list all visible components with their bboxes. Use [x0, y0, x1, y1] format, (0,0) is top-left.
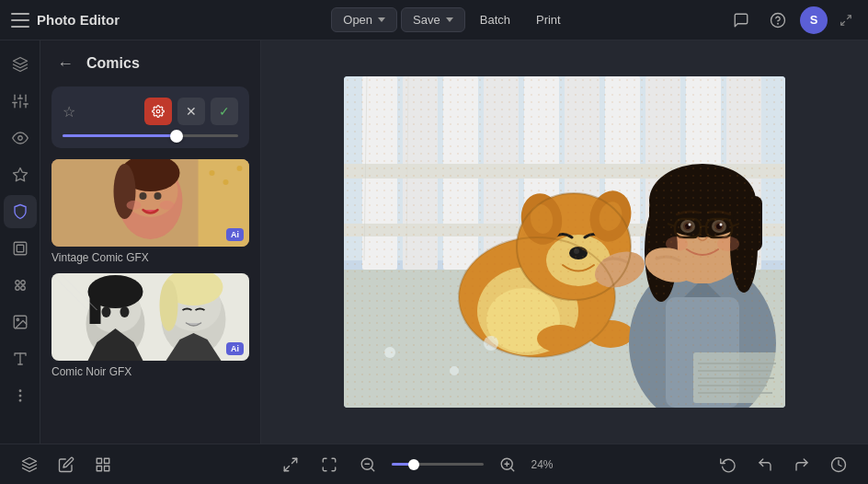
app-title: Photo Editor	[37, 12, 120, 28]
zoom-percent: 24%	[531, 458, 564, 471]
vintage-thumb: Ai	[51, 159, 249, 247]
history-icon[interactable]	[824, 450, 853, 479]
svg-point-40	[210, 170, 215, 176]
menu-icon[interactable]	[11, 13, 29, 28]
panel: ← Comics ☆ ✕ ✓	[40, 40, 261, 444]
svg-point-38	[160, 201, 175, 210]
chevron-down-icon	[378, 17, 385, 22]
chat-icon[interactable]	[726, 6, 756, 35]
svg-line-130	[291, 458, 296, 463]
svg-point-37	[127, 201, 142, 210]
edit-icon[interactable]	[51, 450, 81, 479]
svg-rect-124	[344, 76, 785, 408]
filter-item-noir[interactable]: Ai Comic Noir GFX	[51, 273, 249, 378]
fit-width-icon[interactable]	[276, 450, 305, 479]
filter-label-noir: Comic Noir GFX	[51, 365, 249, 378]
batch-button[interactable]: Batch	[469, 8, 521, 31]
sidebar-item-adjustments[interactable]	[4, 85, 37, 118]
ai-badge: Ai	[226, 228, 244, 241]
svg-point-18	[15, 281, 19, 285]
svg-point-26	[19, 395, 21, 397]
settings-button[interactable]	[144, 98, 172, 125]
svg-point-29	[156, 109, 160, 113]
svg-point-20	[15, 286, 19, 291]
confirm-button[interactable]: ✓	[211, 98, 238, 125]
svg-point-23	[17, 318, 18, 320]
rotate-icon[interactable]	[714, 450, 743, 479]
strength-slider[interactable]	[63, 134, 238, 137]
ai-badge-noir: Ai	[226, 342, 244, 355]
svg-line-131	[284, 466, 289, 470]
active-filter-card: ☆ ✕ ✓	[51, 86, 249, 148]
svg-line-2	[847, 15, 851, 18]
filter-card-header: ☆ ✕ ✓	[63, 98, 238, 125]
favorite-icon[interactable]: ☆	[63, 103, 75, 121]
sidebar-item-text[interactable]	[4, 342, 37, 375]
canvas-area	[261, 40, 868, 444]
svg-line-3	[841, 21, 845, 25]
svg-rect-17	[17, 245, 24, 252]
topbar-center: Open Save Batch Print	[177, 7, 726, 32]
sidebar-item-more[interactable]	[4, 379, 37, 412]
panel-title: Comics	[86, 55, 140, 72]
filter-item-vintage[interactable]: Ai Vintage Comic GFX	[51, 159, 249, 264]
svg-marker-125	[23, 457, 37, 465]
bottom-bar: 24%	[0, 444, 868, 484]
expand-icon[interactable]	[835, 9, 857, 31]
svg-point-42	[237, 166, 243, 171]
zoom-in-icon[interactable]	[493, 450, 522, 479]
cancel-button[interactable]: ✕	[177, 98, 205, 125]
svg-point-28	[19, 400, 21, 402]
svg-point-14	[17, 136, 22, 141]
zoom-track	[392, 463, 484, 466]
panel-header: ← Comics	[40, 40, 260, 86]
svg-point-34	[114, 164, 136, 219]
svg-point-53	[160, 280, 178, 331]
sidebar-item-filters[interactable]	[4, 195, 37, 228]
bottom-right	[714, 450, 853, 479]
slider-track	[63, 134, 238, 137]
svg-point-35	[140, 192, 147, 200]
svg-rect-129	[97, 466, 101, 470]
svg-rect-127	[105, 458, 109, 463]
topbar-left: Photo Editor	[11, 12, 177, 28]
topbar: Photo Editor Open Save Batch Print S	[0, 0, 868, 40]
topbar-right: S	[726, 6, 857, 35]
zoom-out-icon[interactable]	[353, 450, 383, 479]
fit-screen-icon[interactable]	[314, 450, 344, 479]
zoom-thumb[interactable]	[408, 459, 419, 470]
sidebar-item-layers[interactable]	[4, 48, 37, 81]
sidebar-item-view[interactable]	[4, 121, 37, 155]
sidebar-item-objects[interactable]	[4, 269, 37, 302]
sidebar-item-effects[interactable]	[4, 158, 37, 191]
grid-icon[interactable]	[88, 450, 118, 479]
svg-point-19	[20, 281, 25, 285]
svg-line-133	[371, 467, 373, 470]
svg-point-27	[19, 390, 21, 392]
open-button[interactable]: Open	[331, 7, 397, 32]
undo-icon[interactable]	[750, 450, 780, 479]
sidebar-item-image[interactable]	[4, 305, 37, 339]
back-button[interactable]: ←	[53, 52, 77, 75]
save-button[interactable]: Save	[401, 7, 465, 32]
bottom-center: 24%	[136, 450, 702, 479]
help-icon[interactable]	[763, 6, 793, 35]
icon-sidebar	[0, 40, 40, 444]
layers-icon[interactable]	[15, 450, 44, 479]
zoom-slider[interactable]	[392, 463, 484, 466]
main-image-container	[344, 76, 785, 408]
svg-rect-47	[90, 292, 101, 324]
svg-point-48	[102, 306, 111, 317]
sidebar-item-frames[interactable]	[4, 232, 37, 265]
avatar[interactable]: S	[800, 6, 828, 34]
main-area: ← Comics ☆ ✕ ✓	[0, 40, 868, 444]
svg-point-0	[771, 13, 785, 27]
filter-label-vintage: Vintage Comic GFX	[51, 251, 249, 264]
redo-icon[interactable]	[787, 450, 817, 479]
svg-point-21	[20, 286, 25, 291]
svg-point-49	[120, 306, 130, 317]
print-button[interactable]: Print	[525, 8, 572, 31]
main-image	[344, 76, 785, 408]
svg-line-136	[510, 467, 513, 470]
svg-rect-126	[97, 458, 101, 463]
